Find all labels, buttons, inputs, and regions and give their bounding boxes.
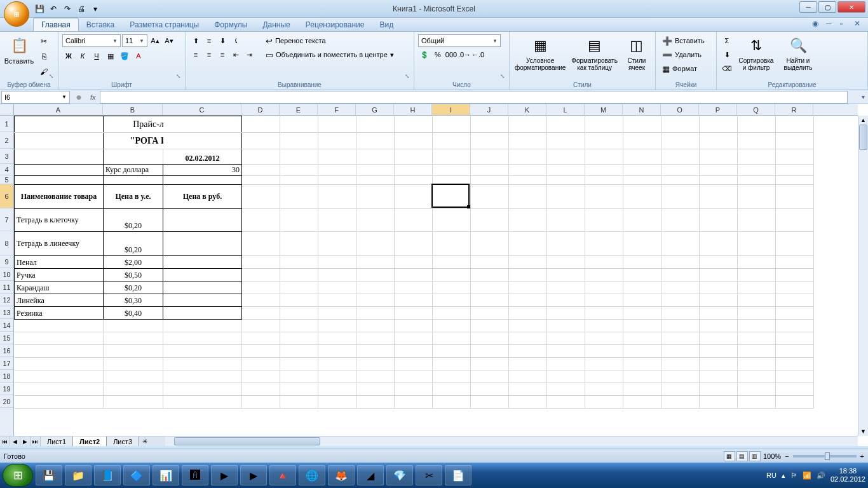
- cell[interactable]: $0,20: [104, 209, 163, 232]
- row-header[interactable]: 1: [0, 116, 13, 132]
- cell[interactable]: [280, 232, 318, 256]
- zoom-slider[interactable]: [793, 455, 857, 458]
- cell[interactable]: [395, 307, 433, 320]
- prev-sheet-button[interactable]: ◀: [10, 437, 20, 447]
- cell[interactable]: [585, 232, 623, 256]
- cell-styles-button[interactable]: ◫Стили ячеек: [622, 34, 651, 72]
- cell[interactable]: [623, 370, 661, 383]
- column-header[interactable]: O: [661, 104, 699, 115]
- tab-data[interactable]: Данные: [255, 18, 297, 31]
- cell[interactable]: [242, 307, 280, 320]
- autosum-button[interactable]: Σ: [721, 34, 733, 47]
- cell[interactable]: [280, 307, 318, 320]
- cell[interactable]: [776, 149, 814, 165]
- cell[interactable]: [395, 269, 433, 281]
- cell[interactable]: [15, 320, 104, 332]
- cell[interactable]: [738, 345, 776, 358]
- conditional-format-button[interactable]: ▦Условное форматирование: [513, 34, 567, 72]
- cell[interactable]: [433, 185, 471, 209]
- minimize-button[interactable]: ─: [799, 1, 817, 13]
- cell[interactable]: Тетрадь в линеечку: [15, 232, 104, 256]
- cell[interactable]: [661, 185, 700, 209]
- cell[interactable]: [471, 294, 509, 307]
- cell[interactable]: [242, 320, 280, 332]
- cell[interactable]: [433, 396, 471, 409]
- row-header[interactable]: 11: [0, 281, 13, 294]
- row-header[interactable]: 4: [0, 164, 13, 175]
- cell[interactable]: [318, 185, 356, 209]
- row-header[interactable]: 18: [0, 370, 13, 383]
- cell[interactable]: [471, 149, 509, 165]
- cell[interactable]: [163, 370, 242, 383]
- cell[interactable]: [280, 116, 318, 133]
- cell[interactable]: [700, 256, 738, 269]
- cell[interactable]: [242, 269, 280, 281]
- cell[interactable]: [356, 281, 395, 294]
- cell[interactable]: [776, 332, 814, 345]
- cell[interactable]: [242, 176, 280, 185]
- cell[interactable]: [280, 133, 318, 149]
- cell[interactable]: [661, 209, 700, 232]
- cell[interactable]: [471, 176, 509, 185]
- taskbar-item[interactable]: 🦊: [328, 465, 355, 485]
- cell[interactable]: Тетрадь в клеточку: [15, 209, 104, 232]
- cell[interactable]: [356, 232, 395, 256]
- column-header[interactable]: E: [280, 104, 318, 115]
- align-left-button[interactable]: ≡: [189, 48, 202, 61]
- cell[interactable]: [700, 116, 738, 133]
- cell[interactable]: [509, 209, 547, 232]
- paste-button[interactable]: 📋 Вставить: [4, 34, 34, 66]
- cell[interactable]: [104, 345, 163, 358]
- cell[interactable]: [738, 307, 776, 320]
- cell[interactable]: [623, 165, 661, 176]
- clear-button[interactable]: ⌫: [721, 62, 733, 75]
- cell[interactable]: [547, 320, 585, 332]
- cell[interactable]: [356, 307, 395, 320]
- cell[interactable]: [776, 307, 814, 320]
- cell[interactable]: [433, 358, 471, 370]
- cell[interactable]: [318, 165, 356, 176]
- format-as-table-button[interactable]: ▤Форматировать как таблицу: [569, 34, 620, 72]
- cell[interactable]: [700, 133, 738, 149]
- number-launcher-icon[interactable]: ⤡: [500, 73, 508, 81]
- cell[interactable]: [585, 149, 623, 165]
- cell[interactable]: [661, 232, 700, 256]
- cell[interactable]: [395, 165, 433, 176]
- cell[interactable]: $2,00: [104, 256, 163, 269]
- cell[interactable]: Цена в руб.: [163, 185, 242, 209]
- taskbar-item[interactable]: 📘: [94, 465, 121, 485]
- cell[interactable]: [776, 383, 814, 396]
- sheet-tab-2[interactable]: Лист2: [73, 437, 107, 447]
- cell[interactable]: [700, 232, 738, 256]
- cell[interactable]: [509, 269, 547, 281]
- cell[interactable]: [15, 383, 104, 396]
- cell[interactable]: [738, 332, 776, 345]
- taskbar-item[interactable]: 🔺: [269, 465, 296, 485]
- column-header[interactable]: I: [432, 104, 470, 115]
- cell[interactable]: [509, 358, 547, 370]
- column-header[interactable]: M: [585, 104, 623, 115]
- next-sheet-button[interactable]: ▶: [20, 437, 31, 447]
- currency-button[interactable]: 💲: [418, 48, 431, 61]
- cell[interactable]: [509, 256, 547, 269]
- cell[interactable]: [395, 294, 433, 307]
- cell[interactable]: [433, 116, 471, 133]
- cell[interactable]: [356, 294, 395, 307]
- scroll-thumb[interactable]: [174, 437, 320, 445]
- font-name-combo[interactable]: Calibri▼: [62, 34, 121, 47]
- tab-review[interactable]: Рецензирование: [298, 18, 372, 31]
- cell[interactable]: [585, 133, 623, 149]
- cell[interactable]: [433, 307, 471, 320]
- maximize-button[interactable]: ▢: [818, 1, 836, 13]
- cell[interactable]: [700, 383, 738, 396]
- cell[interactable]: [433, 133, 471, 149]
- cell[interactable]: [280, 383, 318, 396]
- cell[interactable]: [318, 383, 356, 396]
- row-header[interactable]: 15: [0, 332, 13, 344]
- cell[interactable]: [738, 209, 776, 232]
- cell[interactable]: [738, 232, 776, 256]
- cell[interactable]: [356, 370, 395, 383]
- help-icon[interactable]: ◉: [812, 19, 821, 28]
- cell[interactable]: [776, 370, 814, 383]
- cell[interactable]: [163, 133, 242, 149]
